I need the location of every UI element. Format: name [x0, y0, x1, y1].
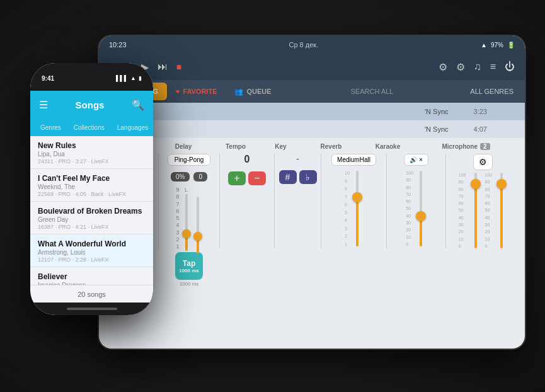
phone-bottom-bar: 20 songs — [30, 285, 153, 303]
mixer-area: Master Delay Tempo Key Reverb Karaoke Mi… — [99, 138, 525, 349]
tap-button[interactable]: Tap 1000 ms — [175, 252, 203, 280]
song-artist: Lipa, Dua — [38, 151, 146, 158]
nav-queue[interactable]: 👥 QUEUE — [226, 83, 280, 100]
home-bar[interactable] — [67, 308, 117, 310]
phone-status-bar: 9:41 ▌▌▌ ▲ ▮ — [30, 63, 153, 91]
tablet-date: Ср 8 дек. — [289, 41, 318, 49]
search-tab[interactable]: SEARCH ALL — [280, 88, 464, 95]
delay-lr-label: L R — [182, 187, 191, 258]
song-count: 20 songs — [77, 291, 106, 298]
settings-icon[interactable]: ⚙ — [439, 61, 447, 73]
song-name: I Can't Feel My Face — [38, 174, 146, 183]
micro2-slider[interactable] — [496, 173, 507, 248]
phone-header: ☰ Songs 🔍 — [30, 91, 153, 118]
song-name: Boulevard of Broken Dreams — [38, 207, 146, 216]
reverb-slider[interactable] — [352, 171, 363, 246]
signal-icon: ▌▌▌ — [116, 75, 128, 81]
reverb-type-button[interactable]: MediumHall — [331, 154, 376, 166]
tempo-plus-button[interactable]: + — [228, 171, 246, 185]
song-artist: Weeknd, The — [38, 183, 146, 190]
tempo-controls: + − — [228, 170, 266, 187]
delay-val-button[interactable]: 0 — [193, 172, 207, 182]
phone-time: 9:41 — [42, 75, 54, 82]
song-meta: 16387 · PRO · 4:21 · LiveFX — [38, 224, 146, 230]
list-item[interactable]: Believer Imagine Dragons 14127 · PRO · 3… — [30, 267, 153, 285]
karaoke-slider[interactable] — [415, 171, 427, 246]
tablet-songs-header: Bye Bye Bye 'N Sync 3:23 Girlfriend 'N S… — [99, 103, 525, 138]
song-meta: 22569 · PRO · 4:05 · Back · LiveFX — [38, 191, 146, 197]
song-name: New Rules — [38, 141, 146, 150]
hamburger-icon[interactable]: ☰ — [39, 99, 48, 111]
list-item[interactable]: What A Wonderful World Armstrong, Louis … — [30, 234, 153, 267]
nav-favorite[interactable]: ♥ FAVORITE — [167, 83, 226, 100]
phone-status-right: ▌▌▌ ▲ ▮ — [116, 75, 142, 81]
queue-icon: 👥 — [234, 88, 243, 96]
tab-collections[interactable]: Collections — [69, 122, 110, 133]
delay-percent-button[interactable]: 0% — [171, 172, 190, 182]
record-icon[interactable]: ■ — [176, 62, 181, 72]
ping-pong-button[interactable]: Ping-Pong — [168, 154, 211, 166]
settings2-icon[interactable]: ⚙ — [456, 61, 465, 73]
song-meta: 24311 · PRO · 3:27 · LiveFX — [38, 158, 146, 164]
microphone-count: 2 — [480, 143, 490, 150]
tablet-nav: 📋 CATALOG ♥ FAVORITE 👥 QUEUE SEARCH ALL … — [99, 80, 525, 103]
phone-tabs: Genres Collections Languages Recently su… — [30, 118, 153, 136]
microphone-eq-button[interactable]: ⚙ — [473, 154, 493, 170]
scene: 10:23 Ср 8 дек. ▲ 97% 🔋 ↺ □ ▶ ⏭ ■ — [0, 0, 545, 392]
phone-notch-cutout — [69, 72, 101, 84]
mixer-label-key: Key — [260, 143, 301, 150]
battery-indicator: 97% — [491, 42, 503, 49]
mixer-label-delay: Delay — [156, 143, 211, 150]
skip-forward-icon[interactable]: ⏭ — [158, 61, 168, 72]
tempo-minus-button[interactable]: − — [248, 171, 266, 185]
phone-home-indicator — [30, 303, 153, 315]
song-name: Believer — [38, 272, 146, 281]
wifi-phone-icon: ▲ — [130, 75, 136, 81]
list-item[interactable]: I Can't Feel My Face Weeknd, The 22569 ·… — [30, 169, 153, 202]
tab-genres[interactable]: Genres — [35, 122, 66, 133]
wifi-icon: ▲ — [481, 42, 487, 49]
battery-phone-icon: ▮ — [139, 75, 142, 81]
tempo-display: 0 — [244, 154, 250, 165]
karaoke-mute-button[interactable]: 🔊 × — [404, 154, 428, 166]
tablet-time: 10:23 — [109, 41, 127, 49]
phone: 9:41 ▌▌▌ ▲ ▮ ☰ Songs 🔍 Genres — [30, 63, 153, 315]
equalizer-icon[interactable]: ≡ — [490, 61, 496, 72]
phone-search-icon[interactable]: 🔍 — [132, 99, 144, 111]
genre-tab[interactable]: ALL GENRES — [464, 88, 520, 95]
song-name: What A Wonderful World — [38, 239, 146, 248]
key-display: - — [296, 154, 299, 164]
list-item[interactable]: Boulevard of Broken Dreams Green Day 163… — [30, 202, 153, 234]
delay-time-label: 1000 ms — [180, 281, 199, 287]
tablet-toolbar: ↺ □ ▶ ⏭ ■ ⚙ ⚙ ♫ ≡ ⏻ — [99, 54, 525, 80]
mixer-label-microphone: Microphone 2 — [415, 143, 517, 150]
tab-languages[interactable]: Languages — [112, 122, 153, 133]
song-artist: Armstrong, Louis — [38, 249, 146, 256]
battery-icon: 🔋 — [507, 42, 515, 49]
heart-icon: ♥ — [176, 88, 180, 95]
toolbar-right: ⚙ ⚙ ♫ ≡ ⏻ — [439, 61, 515, 73]
key-controls: # ♭ — [279, 169, 317, 185]
tablet: 10:23 Ср 8 дек. ▲ 97% 🔋 ↺ □ ▶ ⏭ ■ — [98, 35, 526, 350]
karaoke-vol-icon: 🔊 — [410, 156, 417, 163]
mixer-label-tempo: Tempo — [211, 143, 260, 150]
flat-button[interactable]: ♭ — [299, 170, 317, 184]
mixer-label-karaoke: Karaoke — [361, 143, 415, 150]
phone-song-list: New Rules Lipa, Dua 24311 · PRO · 3:27 ·… — [30, 136, 153, 285]
music-note-icon[interactable]: ♫ — [474, 61, 481, 72]
mixer-label-reverb: Reverb — [301, 143, 361, 150]
tablet-status-icons: ▲ 97% 🔋 — [481, 42, 515, 49]
table-row[interactable]: Girlfriend 'N Sync 4:07 — [99, 120, 525, 138]
song-artist: Green Day — [38, 216, 146, 223]
table-row[interactable]: Bye Bye Bye 'N Sync 3:23 — [99, 103, 525, 120]
micro1-slider[interactable] — [470, 173, 481, 248]
phone-title: Songs — [76, 100, 105, 110]
list-item[interactable]: New Rules Lipa, Dua 24311 · PRO · 3:27 ·… — [30, 136, 153, 169]
power-icon[interactable]: ⏻ — [505, 61, 515, 72]
song-meta: 12107 · PRO · 2:28 · LiveFX — [38, 257, 146, 263]
tablet-statusbar: 10:23 Ср 8 дек. ▲ 97% 🔋 — [99, 36, 525, 54]
sharp-button[interactable]: # — [279, 170, 297, 184]
